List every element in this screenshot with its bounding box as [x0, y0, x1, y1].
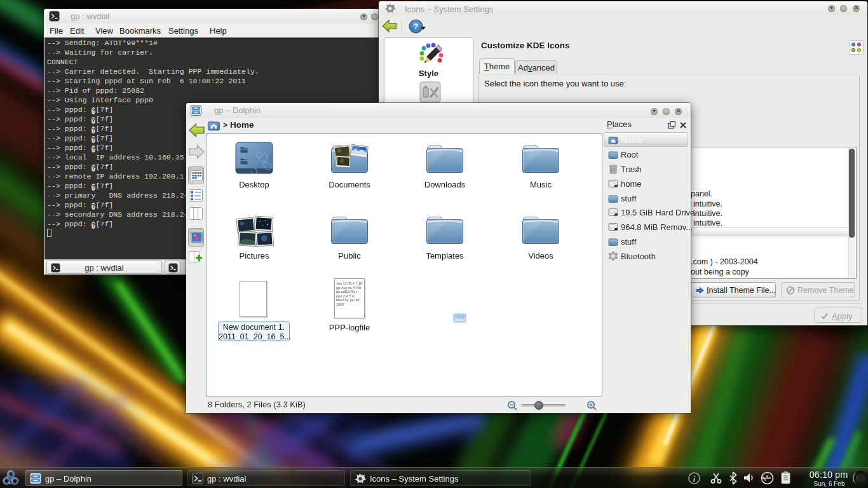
- svg-text:i: i: [693, 474, 696, 484]
- svg-text:?: ?: [414, 22, 419, 31]
